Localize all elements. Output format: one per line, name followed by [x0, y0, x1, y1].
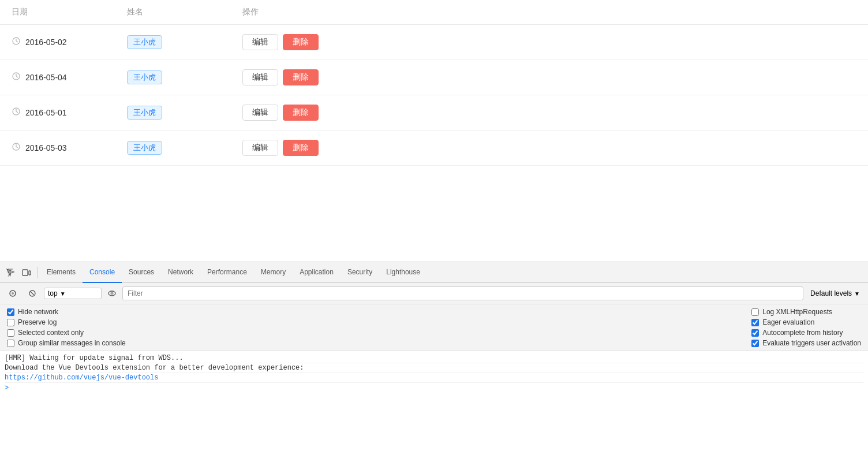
- svg-line-5: [16, 76, 18, 77]
- table-header: 日期 姓名 操作: [0, 0, 868, 25]
- date-value: 2016-05-03: [25, 143, 67, 152]
- date-cell: 2016-05-04: [12, 72, 127, 83]
- edit-button[interactable]: 编辑: [242, 140, 278, 156]
- date-value: 2016-05-02: [25, 38, 67, 47]
- edit-button[interactable]: 编辑: [242, 105, 278, 121]
- name-cell: 王小虎: [127, 106, 242, 120]
- clock-icon: [12, 72, 21, 83]
- delete-button[interactable]: 删除: [283, 105, 319, 121]
- name-tag[interactable]: 王小虎: [127, 106, 162, 120]
- table-row: 2016-05-04 王小虎 编辑 删除: [0, 60, 868, 95]
- clock-icon: [12, 107, 21, 118]
- date-cell: 2016-05-03: [12, 142, 127, 154]
- clock-icon: [12, 142, 21, 154]
- main-content: 日期 姓名 操作 2016-05-02 王小虎 编辑 删除: [0, 0, 868, 260]
- action-cell: 编辑 删除: [242, 34, 856, 50]
- header-date: 日期: [12, 7, 127, 17]
- edit-button[interactable]: 编辑: [242, 69, 278, 85]
- name-tag[interactable]: 王小虎: [127, 35, 162, 49]
- date-cell: 2016-05-02: [12, 36, 127, 48]
- table-body: 2016-05-02 王小虎 编辑 删除 2016-05-04 王小虎 编辑 删: [0, 25, 868, 166]
- delete-button[interactable]: 删除: [283, 69, 319, 85]
- name-cell: 王小虎: [127, 35, 242, 49]
- action-cell: 编辑 删除: [242, 140, 856, 156]
- header-action: 操作: [242, 7, 856, 17]
- edit-button[interactable]: 编辑: [242, 34, 278, 50]
- name-cell: 王小虎: [127, 70, 242, 84]
- table-row: 2016-05-02 王小虎 编辑 删除: [0, 25, 868, 60]
- name-tag[interactable]: 王小虎: [127, 141, 162, 155]
- delete-button[interactable]: 删除: [283, 34, 319, 50]
- name-cell: 王小虎: [127, 141, 242, 155]
- date-value: 2016-05-01: [25, 108, 67, 117]
- name-tag[interactable]: 王小虎: [127, 70, 162, 84]
- header-name: 姓名: [127, 7, 242, 17]
- date-cell: 2016-05-01: [12, 107, 127, 118]
- svg-line-2: [16, 41, 18, 42]
- delete-button[interactable]: 删除: [283, 140, 319, 156]
- action-cell: 编辑 删除: [242, 69, 856, 85]
- date-value: 2016-05-04: [25, 73, 67, 82]
- action-cell: 编辑 删除: [242, 105, 856, 121]
- svg-line-8: [16, 111, 18, 113]
- clock-icon: [12, 36, 21, 48]
- table-row: 2016-05-01 王小虎 编辑 删除: [0, 95, 868, 131]
- svg-line-11: [16, 147, 18, 148]
- table-row: 2016-05-03 王小虎 编辑 删除: [0, 131, 868, 166]
